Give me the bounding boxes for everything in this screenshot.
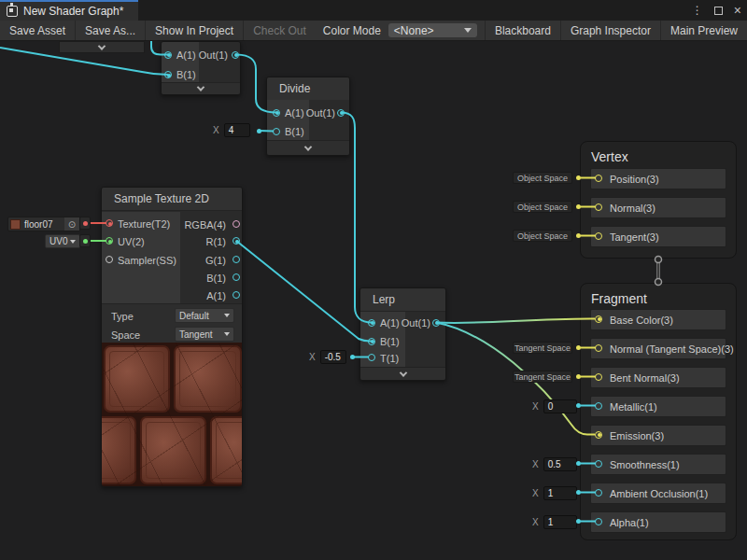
port-divide-a[interactable] xyxy=(273,109,280,117)
space-value: Tangent xyxy=(179,329,213,340)
math-node-preview-toggle[interactable] xyxy=(162,82,240,94)
port-lerp-a[interactable] xyxy=(368,319,375,327)
space-dropdown[interactable]: Tangent xyxy=(175,327,234,342)
more-options-icon[interactable]: ⋮ xyxy=(692,4,703,17)
fragment-row-ambient-occlusion[interactable]: Ambient Occlusion(1) xyxy=(590,483,726,504)
close-icon[interactable]: × xyxy=(734,4,741,17)
color-mode-dropdown[interactable]: <None> xyxy=(388,23,477,37)
port-sample-texture[interactable] xyxy=(106,219,113,227)
smoothness-default-field[interactable]: X 0.5 xyxy=(532,456,577,471)
port-sample-uv[interactable] xyxy=(106,237,113,245)
tab-new-shader-graph[interactable]: New Shader Graph* xyxy=(0,2,138,21)
port-frag-smoothness[interactable] xyxy=(595,460,602,468)
port-vertex-position[interactable] xyxy=(595,175,602,182)
x-value[interactable]: 0 xyxy=(543,399,577,413)
uv-channel-dropdown[interactable]: UV0 xyxy=(45,234,80,248)
chevron-down-icon xyxy=(98,42,106,49)
port-frag-alpha[interactable] xyxy=(595,518,602,525)
fragment-row-alpha[interactable]: Alpha(1) xyxy=(590,511,726,533)
x-value[interactable]: 1 xyxy=(543,515,577,529)
divide-b-default-field[interactable]: X 4 xyxy=(213,122,250,137)
row-label: Normal(3) xyxy=(610,203,655,214)
x-value[interactable]: 4 xyxy=(224,123,250,137)
port-vertex-tangent[interactable] xyxy=(595,232,602,240)
maximize-icon[interactable] xyxy=(714,7,723,15)
fragment-block[interactable]: Fragment Base Color(3) Normal (Tangent S… xyxy=(580,283,737,540)
alpha-default-field[interactable]: X 1 xyxy=(532,514,577,529)
texture-preview-image xyxy=(102,343,242,486)
port-frag-bent-normal[interactable] xyxy=(595,373,602,381)
x-value[interactable]: -0.5 xyxy=(320,350,346,364)
save-as-button[interactable]: Save As... xyxy=(76,21,146,40)
color-mode-label: Color Mode xyxy=(316,21,388,40)
port-math-out[interactable] xyxy=(232,51,239,59)
port-divide-out[interactable] xyxy=(337,109,345,117)
shader-graph-window: New Shader Graph* ⋮ × Save Asset Save As… xyxy=(0,0,747,560)
row-label: Emission(3) xyxy=(610,430,664,441)
object-picker-icon[interactable]: ⊙ xyxy=(64,217,79,231)
port-sample-sampler[interactable] xyxy=(106,256,113,263)
port-lerp-b[interactable] xyxy=(368,338,375,345)
fragment-row-bent-normal[interactable]: Bent Normal(3) xyxy=(590,367,726,388)
vertex-row-tangent[interactable]: Tangent(3) xyxy=(590,226,726,247)
fragment-row-smoothness[interactable]: Smoothness(1) xyxy=(590,454,726,475)
port-label: Texture(T2) xyxy=(118,218,170,230)
x-label: X xyxy=(532,401,539,412)
vertex-row-normal[interactable]: Normal(3) xyxy=(590,197,726,218)
lerp-t-default-field[interactable]: X -0.5 xyxy=(309,349,346,364)
texture-tile xyxy=(140,416,206,484)
port-math-a[interactable] xyxy=(164,51,172,59)
lerp-preview-toggle[interactable] xyxy=(360,367,445,380)
frag-normal-stub-dot xyxy=(576,345,581,350)
graph-inspector-button[interactable]: Graph Inspector xyxy=(561,21,661,40)
port-frag-base-color[interactable] xyxy=(595,315,602,323)
port-sample-b[interactable] xyxy=(233,273,240,281)
fragment-row-base-color[interactable]: Base Color(3) xyxy=(590,309,726,330)
sample-settings: Type Default Space Tangent xyxy=(102,303,242,344)
row-label: Ambient Occlusion(1) xyxy=(610,488,708,499)
port-sample-a[interactable] xyxy=(233,291,240,299)
port-label: UV(2) xyxy=(118,236,145,247)
metallic-default-field[interactable]: X 0 xyxy=(532,399,577,413)
divide-node[interactable]: Divide A(1) B(1) Out(1) xyxy=(266,77,350,156)
main-preview-button[interactable]: Main Preview xyxy=(661,21,747,40)
port-frag-normal[interactable] xyxy=(595,344,602,352)
row-label: Normal (Tangent Space)(3) xyxy=(610,343,734,355)
ao-default-field[interactable]: X 1 xyxy=(532,485,577,500)
edge-sample-r-to-lerp-b[interactable] xyxy=(236,241,372,342)
port-lerp-t[interactable] xyxy=(368,354,375,361)
row-label: Position(3) xyxy=(610,174,659,185)
fragment-row-emission[interactable]: Emission(3) xyxy=(590,425,726,446)
port-label: Out(1) xyxy=(306,107,335,119)
port-frag-emission[interactable] xyxy=(595,431,602,439)
edge-lerp-to-base-color[interactable] xyxy=(436,318,595,323)
clipped-node-preview-toggle[interactable] xyxy=(59,41,145,53)
blackboard-button[interactable]: Blackboard xyxy=(485,21,561,40)
fragment-row-metallic[interactable]: Metallic(1) xyxy=(590,396,726,417)
x-value[interactable]: 0.5 xyxy=(543,457,577,471)
fragment-row-normal[interactable]: Normal (Tangent Space)(3) xyxy=(590,338,726,359)
port-lerp-out[interactable] xyxy=(432,319,440,327)
port-sample-g[interactable] xyxy=(233,256,240,263)
port-frag-metallic[interactable] xyxy=(595,402,602,410)
save-asset-button[interactable]: Save Asset xyxy=(0,21,76,40)
port-sample-rgba[interactable] xyxy=(233,220,240,228)
tangent-stub-dot xyxy=(576,233,581,238)
x-label: X xyxy=(532,459,539,469)
lerp-node[interactable]: Lerp A(1) B(1) T(1) Out(1) xyxy=(359,287,446,381)
port-divide-b[interactable] xyxy=(273,128,280,135)
x-value[interactable]: 1 xyxy=(543,486,577,500)
math-node[interactable]: A(1) B(1) Out(1) xyxy=(161,41,241,95)
show-in-project-button[interactable]: Show In Project xyxy=(146,21,244,40)
port-frag-ao[interactable] xyxy=(595,489,602,497)
texture-object-field[interactable]: floor07 ⊙ xyxy=(7,217,80,231)
vertex-block[interactable]: Vertex Position(3) Normal(3) Tangent(3) xyxy=(580,141,737,259)
type-dropdown[interactable]: Default xyxy=(175,308,234,323)
divide-preview-toggle[interactable] xyxy=(267,140,349,155)
sample-texture-2d-node[interactable]: Sample Texture 2D Texture(T2) UV(2) Samp… xyxy=(101,187,243,487)
port-math-b[interactable] xyxy=(164,71,172,78)
shader-graph-icon xyxy=(7,6,18,17)
port-sample-r[interactable] xyxy=(233,237,240,245)
vertex-row-position[interactable]: Position(3) xyxy=(590,168,726,189)
port-vertex-normal[interactable] xyxy=(595,203,602,211)
